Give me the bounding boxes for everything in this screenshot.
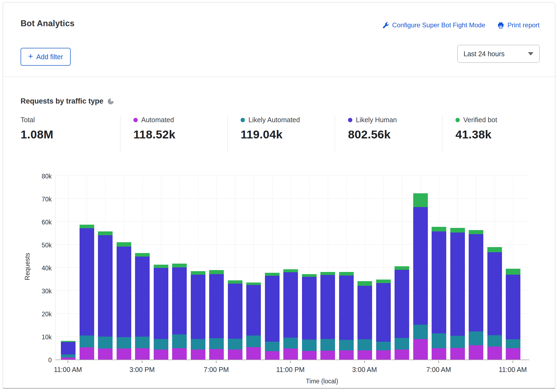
bar-segment-verified-bot[interactable] <box>117 242 131 247</box>
bar-segment-verified-bot[interactable] <box>228 280 242 284</box>
bar-segment-likely-human[interactable] <box>376 283 391 342</box>
print-report-link[interactable]: Print report <box>497 21 540 29</box>
bar-segment-likely-automated[interactable] <box>320 339 335 351</box>
bar-segment-verified-bot[interactable] <box>80 225 94 228</box>
bar-segment-likely-human[interactable] <box>283 272 298 338</box>
bar-segment-verified-bot[interactable] <box>98 231 113 235</box>
bar-segment-likely-automated[interactable] <box>246 335 261 347</box>
bar-segment-likely-automated[interactable] <box>506 339 520 348</box>
bar-segment-likely-human[interactable] <box>487 252 502 335</box>
bar-segment-likely-automated[interactable] <box>450 336 465 348</box>
bar-segment-likely-automated[interactable] <box>135 337 150 348</box>
bar-segment-likely-automated[interactable] <box>376 342 391 350</box>
bar-segment-likely-automated[interactable] <box>61 354 76 357</box>
bar-segment-likely-human[interactable] <box>61 342 76 354</box>
bar-segment-likely-human[interactable] <box>450 232 465 336</box>
bar-segment-automated[interactable] <box>172 348 187 360</box>
bar-segment-verified-bot[interactable] <box>302 274 317 277</box>
bar-segment-likely-human[interactable] <box>339 275 354 340</box>
bar-segment-verified-bot[interactable] <box>265 273 280 276</box>
bar-segment-likely-automated[interactable] <box>283 338 298 348</box>
bar-segment-automated[interactable] <box>413 339 428 360</box>
bar-segment-likely-automated[interactable] <box>80 335 94 347</box>
bar-segment-likely-automated[interactable] <box>302 340 317 351</box>
bar-segment-verified-bot[interactable] <box>246 283 261 285</box>
bar-segment-automated[interactable] <box>98 348 113 360</box>
bar-segment-verified-bot[interactable] <box>320 272 335 275</box>
stat-verified-bot[interactable]: Verified bot 41.38k <box>442 116 534 152</box>
bar-segment-likely-human[interactable] <box>246 285 261 335</box>
bar-segment-likely-automated[interactable] <box>209 338 224 349</box>
bar-segment-automated[interactable] <box>80 347 94 360</box>
bar-segment-likely-human[interactable] <box>357 286 372 339</box>
bar-segment-verified-bot[interactable] <box>339 272 354 275</box>
stat-likely-human[interactable]: Likely Human 802.56k <box>335 116 442 152</box>
bar-segment-likely-human[interactable] <box>320 275 335 339</box>
bar-segment-automated[interactable] <box>320 351 335 360</box>
configure-super-bot-fight-mode-link[interactable]: Configure Super Bot Fight Mode <box>382 21 485 29</box>
bar-segment-automated[interactable] <box>209 349 224 360</box>
bar-segment-verified-bot[interactable] <box>135 253 150 257</box>
bar-segment-automated[interactable] <box>432 348 446 360</box>
bar-segment-automated[interactable] <box>469 345 483 360</box>
bar-segment-likely-automated[interactable] <box>228 339 242 350</box>
bar-segment-verified-bot[interactable] <box>376 280 391 283</box>
bar-segment-automated[interactable] <box>450 348 465 360</box>
bar-segment-verified-bot[interactable] <box>191 271 205 275</box>
bar-segment-likely-automated[interactable] <box>469 331 483 345</box>
bar-segment-likely-automated[interactable] <box>432 333 446 348</box>
bar-segment-likely-human[interactable] <box>265 276 280 342</box>
bar-segment-verified-bot[interactable] <box>154 265 168 268</box>
bar-segment-likely-human[interactable] <box>98 235 113 337</box>
bar-segment-verified-bot[interactable] <box>172 264 187 267</box>
bar-segment-likely-human[interactable] <box>117 247 131 337</box>
bar-segment-verified-bot[interactable] <box>506 269 520 275</box>
bar-segment-likely-human[interactable] <box>432 231 446 333</box>
bar-segment-likely-human[interactable] <box>395 270 409 338</box>
bar-segment-likely-human[interactable] <box>209 274 224 338</box>
bar-segment-verified-bot[interactable] <box>209 270 224 274</box>
bar-segment-automated[interactable] <box>487 347 502 360</box>
bar-segment-automated[interactable] <box>135 348 150 360</box>
bar-segment-likely-human[interactable] <box>154 268 168 339</box>
bar-segment-likely-automated[interactable] <box>357 339 372 350</box>
bar-segment-likely-human[interactable] <box>469 234 483 331</box>
bar-segment-likely-automated[interactable] <box>172 334 187 348</box>
bar-segment-likely-automated[interactable] <box>154 339 168 350</box>
bar-segment-automated[interactable] <box>154 350 168 360</box>
bar-segment-verified-bot[interactable] <box>413 193 428 207</box>
bar-segment-automated[interactable] <box>61 357 76 360</box>
bar-segment-likely-human[interactable] <box>80 228 94 335</box>
bar-segment-automated[interactable] <box>117 348 131 360</box>
bar-segment-automated[interactable] <box>395 350 409 360</box>
bar-segment-likely-automated[interactable] <box>98 337 113 348</box>
bar-segment-verified-bot[interactable] <box>283 269 298 272</box>
bar-segment-likely-automated[interactable] <box>265 342 280 351</box>
bar-segment-automated[interactable] <box>283 348 298 360</box>
bar-segment-verified-bot[interactable] <box>61 341 76 342</box>
bar-segment-likely-human[interactable] <box>191 275 205 339</box>
time-range-dropdown[interactable]: Last 24 hours <box>457 45 540 63</box>
bar-segment-automated[interactable] <box>191 350 205 360</box>
bar-segment-verified-bot[interactable] <box>432 227 446 231</box>
bar-segment-verified-bot[interactable] <box>469 230 483 234</box>
bar-segment-automated[interactable] <box>265 351 280 360</box>
bar-segment-automated[interactable] <box>376 350 391 360</box>
bar-segment-automated[interactable] <box>339 350 354 360</box>
bar-segment-likely-automated[interactable] <box>487 335 502 347</box>
bar-segment-likely-automated[interactable] <box>339 340 354 350</box>
bar-segment-automated[interactable] <box>246 347 261 360</box>
bar-segment-likely-human[interactable] <box>135 257 150 337</box>
bar-segment-verified-bot[interactable] <box>395 266 409 270</box>
bar-segment-automated[interactable] <box>357 350 372 360</box>
bar-segment-likely-automated[interactable] <box>191 339 205 349</box>
bar-segment-likely-human[interactable] <box>172 267 187 334</box>
bar-segment-likely-automated[interactable] <box>395 338 409 350</box>
bar-segment-likely-automated[interactable] <box>413 325 428 339</box>
bar-segment-verified-bot[interactable] <box>450 228 465 232</box>
bar-segment-likely-human[interactable] <box>302 277 317 340</box>
stat-likely-automated[interactable]: Likely Automated 119.04k <box>227 116 335 152</box>
bar-segment-automated[interactable] <box>302 351 317 360</box>
add-filter-button[interactable]: + Add filter <box>21 48 71 66</box>
bar-segment-verified-bot[interactable] <box>357 281 372 286</box>
